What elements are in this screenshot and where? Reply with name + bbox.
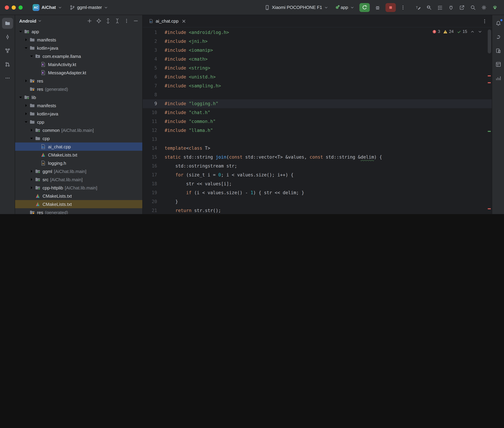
editor-scrollbar-thumb[interactable] (488, 29, 491, 53)
passed-count[interactable]: 15 (457, 29, 467, 34)
minimize-window-button[interactable] (12, 5, 16, 9)
next-problem-icon[interactable] (478, 29, 482, 34)
project-tree-item[interactable]: manifests (15, 101, 142, 110)
chevron-down-icon[interactable] (29, 136, 34, 141)
run-config-selector[interactable]: app (333, 3, 357, 11)
run-button[interactable] (359, 3, 370, 12)
project-tree-item[interactable]: app (15, 27, 142, 36)
app-insights-button[interactable] (493, 73, 504, 83)
search-button[interactable] (469, 3, 478, 12)
code-line[interactable]: 13 (143, 135, 492, 144)
project-tree-item[interactable]: cpp (15, 118, 142, 126)
code-line[interactable]: 21 return str.str(); (143, 206, 492, 214)
code-area[interactable]: 1#include <android/log.h>2#include <jni.… (143, 27, 492, 214)
maximize-window-button[interactable] (18, 5, 23, 9)
minus-button[interactable] (131, 16, 140, 25)
more-tools-button[interactable] (2, 73, 13, 83)
chevron-down-icon[interactable] (18, 95, 23, 100)
project-tree-item[interactable]: res(generated) (15, 208, 142, 214)
project-tree-item[interactable]: MainActivity.kt (15, 60, 142, 68)
code-line[interactable]: 15static std::string join(const std::vec… (143, 153, 492, 162)
code-line[interactable]: 11#include "common.h" (143, 117, 492, 126)
structure-button[interactable] (2, 45, 13, 56)
project-view-mode[interactable]: Android (19, 18, 36, 24)
branch-selector[interactable]: ggml-master (67, 3, 111, 11)
profile-button[interactable] (490, 3, 499, 12)
code-line[interactable]: 19 if (i < values.size() - 1) { str << d… (143, 188, 492, 197)
project-tree-item[interactable]: cpp-httplib[AiChat.lib.main] (15, 184, 142, 192)
project-selector[interactable]: AC AiChat (30, 3, 64, 12)
rename-button[interactable]: T (414, 3, 423, 12)
chevron-right-icon[interactable] (23, 103, 29, 108)
code-line[interactable]: 18 str << values[i]; (143, 180, 492, 188)
more-run-actions-button[interactable] (399, 3, 408, 12)
locate-button[interactable] (94, 16, 103, 25)
project-tree-item[interactable]: common[AiChat.lib.main] (15, 126, 142, 134)
editor-tab[interactable]: C+ ai_chat.cpp (145, 15, 190, 27)
project-tree-item[interactable]: kotlin+java (15, 110, 142, 118)
code-line[interactable]: 14template<class T> (143, 144, 492, 153)
project-tree-item[interactable]: Hlogging.h (15, 159, 142, 167)
project-tree-item[interactable]: kotlin+java (15, 44, 142, 52)
chevron-down-icon[interactable] (29, 53, 34, 59)
chevron-right-icon[interactable] (23, 78, 29, 83)
code-line[interactable]: 7#include <sampling.h> (143, 82, 492, 91)
code-line[interactable]: 5#include <string> (143, 64, 492, 73)
plugin-button[interactable] (446, 3, 455, 12)
code-line[interactable]: 9#include "logging.h" (143, 99, 492, 108)
task-list-button[interactable] (436, 3, 444, 12)
project-tree-item[interactable]: ggml[AiChat.lib.main] (15, 167, 142, 175)
pull-requests-button[interactable] (2, 59, 13, 70)
code-line[interactable]: 3#include <iomanip> (143, 46, 492, 55)
gradle-button[interactable] (493, 32, 504, 42)
code-line[interactable]: 12#include "llama.h" (143, 126, 492, 135)
chevron-down-icon[interactable] (18, 29, 23, 34)
commit-button[interactable] (2, 32, 13, 42)
code-line[interactable]: 8 (143, 91, 492, 99)
chevron-right-icon[interactable] (23, 111, 29, 116)
warning-count[interactable]: 24 (443, 29, 454, 34)
chevron-right-icon[interactable] (23, 37, 29, 42)
settings-button[interactable] (479, 3, 488, 12)
chevron-down-icon[interactable] (23, 119, 29, 125)
chevron-down-icon[interactable] (23, 45, 29, 51)
device-manager-button[interactable] (493, 45, 504, 56)
project-tree-item[interactable]: cpp (15, 134, 142, 142)
project-folder-button[interactable] (2, 18, 13, 29)
add-button[interactable] (85, 16, 94, 25)
collapse-all-button[interactable] (113, 16, 122, 25)
project-tree-item[interactable]: res (15, 77, 142, 85)
close-tab-icon[interactable] (181, 18, 186, 24)
inspections-widget[interactable]: 3 24 15 (432, 29, 482, 34)
code-line[interactable]: 17 for (size_t i = 0; i < values.size();… (143, 171, 492, 180)
project-tree-item[interactable]: CMakeLists.txt (15, 151, 142, 159)
code-line[interactable]: 10#include "chat.h" (143, 108, 492, 117)
project-tree-item[interactable]: CMakeLists.txt (15, 200, 142, 208)
code-line[interactable]: 16 std::ostringstream str; (143, 162, 492, 171)
code-search-button[interactable] (425, 3, 434, 12)
chevron-right-icon[interactable] (29, 185, 34, 190)
code-line[interactable]: 20 } (143, 197, 492, 206)
chevron-down-icon[interactable] (38, 19, 42, 23)
code-line[interactable]: 2#include <jni.h> (143, 37, 492, 46)
project-tree-item[interactable]: lib (15, 93, 142, 101)
project-tree-item[interactable]: src[AiChat.lib.main] (15, 175, 142, 184)
stop-button[interactable] (385, 3, 396, 12)
share-button[interactable] (458, 3, 466, 12)
code-line[interactable]: 4#include <cmath> (143, 55, 492, 64)
project-tree-item[interactable]: MessageAdapter.kt (15, 68, 142, 77)
notifications-button[interactable] (493, 18, 504, 29)
error-count[interactable]: 3 (432, 29, 440, 34)
project-tree-item[interactable]: C+ai_chat.cpp (15, 142, 142, 151)
kebab-button[interactable] (122, 16, 131, 25)
project-tree-item[interactable]: manifests (15, 36, 142, 44)
debug-button[interactable] (372, 3, 383, 12)
project-tree-item[interactable]: com.example.llama (15, 52, 142, 60)
editor-options-button[interactable] (480, 16, 489, 25)
close-window-button[interactable] (5, 5, 9, 9)
device-selector[interactable]: Xiaomi POCOPHONE F1 (262, 3, 331, 11)
project-tree-item[interactable]: CMakeLists.txt (15, 192, 142, 200)
chevron-right-icon[interactable] (29, 169, 34, 174)
layout-inspector-button[interactable] (493, 59, 504, 70)
expand-all-button[interactable] (103, 16, 112, 25)
